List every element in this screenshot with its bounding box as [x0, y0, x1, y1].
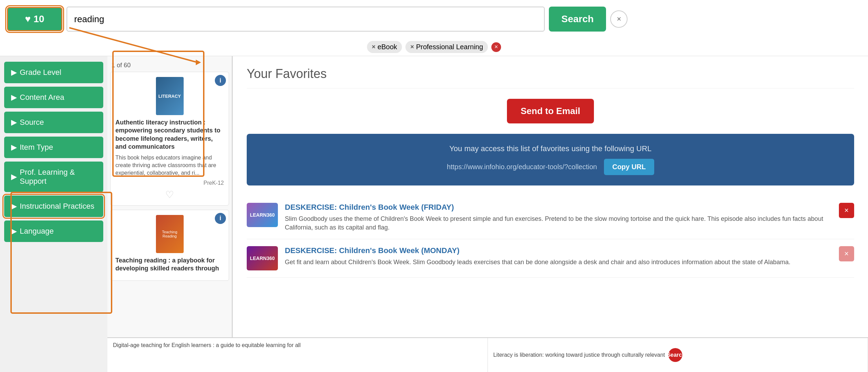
url-text: https://www.infohio.org/educator-tools/?… [447, 163, 597, 171]
result-card-2[interactable]: i Teaching Reading Teaching reading : a … [110, 210, 229, 281]
fav-title-1[interactable]: DESKERCISE: Children's Book Week (FRIDAY… [285, 203, 832, 212]
search-button[interactable]: Search [549, 7, 606, 32]
bottom-result-1-text: Digital-age teaching for English learner… [113, 342, 301, 348]
url-row: https://www.infohio.org/educator-tools/?… [261, 159, 840, 175]
chevron-right-icon-6: ▶ [11, 202, 17, 211]
fav-content-1: DESKERCISE: Children's Book Week (FRIDAY… [285, 203, 832, 232]
chip-pl-close[interactable]: × [410, 43, 414, 51]
sidebar-item-instructional-practices[interactable]: ▶ Instructional Practices [4, 196, 103, 217]
red-close-icon: × [494, 43, 498, 51]
bottom-result-2[interactable]: Literacy is liberation: working toward j… [488, 338, 868, 372]
sidebar-content-area-label: Content Area [20, 93, 64, 102]
favorites-panel: Your Favorites Send to Email You may acc… [232, 56, 868, 372]
sidebar-item-content-area[interactable]: ▶ Content Area [4, 87, 103, 108]
sidebar-item-type-label: Item Type [20, 143, 53, 152]
sidebar-source-label: Source [20, 118, 44, 127]
info-badge-2[interactable]: i [215, 213, 226, 224]
fav-desc-1: Slim Goodbody uses the theme of Children… [285, 215, 832, 232]
favorites-panel-title: Your Favorites [247, 67, 854, 88]
chip-ebook-label: eBook [377, 43, 397, 51]
info-icon-2: i [219, 215, 221, 222]
results-count-label: 1 of 60 [112, 62, 131, 69]
send-to-email-button[interactable]: Send to Email [507, 99, 594, 123]
sidebar: ▶ Grade Level ▶ Content Area ▶ Source ▶ … [0, 56, 107, 372]
fav-title-2[interactable]: DESKERCISE: Children's Book Week (MONDAY… [285, 246, 832, 255]
sidebar-item-prof-learning[interactable]: ▶ Prof. Learning & Support [4, 162, 103, 192]
result-title-2: Teaching reading : a playbook for develo… [115, 257, 224, 273]
chevron-right-icon-4: ▶ [11, 143, 17, 152]
chevron-right-icon-3: ▶ [11, 118, 17, 127]
chevron-right-icon-5: ▶ [11, 172, 17, 181]
sidebar-item-item-type[interactable]: ▶ Item Type [4, 137, 103, 158]
book-cover-2: Teaching Reading [156, 215, 184, 253]
book-cover-1: LITERACY [156, 77, 184, 115]
fav-content-2: DESKERCISE: Children's Book Week (MONDAY… [285, 246, 832, 267]
info-icon-1: i [219, 77, 221, 84]
url-box-description: You may access this list of favorites us… [261, 144, 840, 153]
book-cover-text-1: LITERACY [158, 94, 181, 99]
heart-icon: ♥ [25, 14, 31, 25]
filter-chips-bar: × eBook × Professional Learning × [0, 38, 868, 56]
fav-desc-2: Get fit and learn about Children's Book … [285, 258, 832, 267]
sidebar-instructional-label: Instructional Practices [20, 202, 94, 211]
chip-pl-label: Professional Learning [416, 43, 483, 51]
chip-professional-learning[interactable]: × Professional Learning [405, 41, 488, 53]
send-to-email-label: Send to Email [521, 106, 580, 116]
fav-remove-button-1[interactable]: × [839, 203, 854, 218]
favorite-item-1: LEARN360 DESKERCISE: Children's Book Wee… [247, 196, 854, 239]
result-title-1: Authentic literacy instruction : empower… [115, 119, 224, 151]
search-input[interactable] [67, 7, 545, 32]
fav-remove-icon-2: × [844, 249, 849, 258]
sidebar-grade-level-label: Grade Level [20, 68, 61, 77]
fav-thumbnail-1: LEARN360 [247, 203, 278, 227]
fav-thumb-label-1: LEARN360 [250, 212, 275, 218]
sidebar-item-language[interactable]: ▶ Language [4, 220, 103, 242]
chip-ebook-close[interactable]: × [372, 43, 376, 51]
fav-thumbnail-2: LEARN360 [247, 246, 278, 270]
sidebar-language-label: Language [20, 227, 54, 236]
bottom-result-1[interactable]: Digital-age teaching for English learner… [107, 338, 488, 372]
close-search-button[interactable]: × [610, 10, 628, 28]
copy-url-button[interactable]: Copy URL [604, 159, 654, 175]
bottom-results-bar: Digital-age teaching for English learner… [107, 337, 868, 372]
fav-remove-icon-1: × [844, 206, 849, 215]
isearch-badge: iSearch [668, 348, 682, 362]
chevron-right-icon-7: ▶ [11, 227, 17, 236]
fav-remove-button-2[interactable]: × [839, 246, 854, 261]
favorites-count: 10 [34, 14, 44, 25]
sidebar-item-source[interactable]: ▶ Source [4, 112, 103, 133]
close-icon: × [617, 15, 621, 24]
heart-toggle-1[interactable]: ♡ [115, 189, 224, 200]
result-grade-1: PreK-12 [115, 180, 224, 186]
favorites-button[interactable]: ♥ 10 [7, 7, 62, 31]
sidebar-item-grade-level[interactable]: ▶ Grade Level [4, 62, 103, 83]
copy-url-label: Copy URL [612, 163, 646, 171]
url-box: You may access this list of favorites us… [247, 134, 854, 185]
search-button-label: Search [561, 14, 594, 24]
favorite-item-2: LEARN360 DESKERCISE: Children's Book Wee… [247, 239, 854, 278]
result-card-1[interactable]: i LITERACY Authentic literacy instructio… [110, 72, 229, 206]
results-count: 1 of 60 [110, 59, 229, 72]
chevron-right-icon: ▶ [11, 68, 17, 77]
chip-ebook[interactable]: × eBook [367, 41, 402, 53]
chevron-right-icon-2: ▶ [11, 93, 17, 102]
results-panel: 1 of 60 i LITERACY Authentic literacy in… [107, 56, 232, 372]
fav-thumb-label-2: LEARN360 [250, 256, 275, 261]
result-desc-1: This book helps educators imagine and cr… [115, 154, 224, 177]
sidebar-prof-learning-label: Prof. Learning & Support [20, 168, 96, 186]
info-badge-1[interactable]: i [215, 75, 226, 86]
main-content: ▶ Grade Level ▶ Content Area ▶ Source ▶ … [0, 56, 868, 372]
chip-red-close[interactable]: × [491, 42, 501, 52]
book-cover-text-2: Teaching Reading [157, 230, 182, 238]
bottom-result-2-text: Literacy is liberation: working toward j… [493, 352, 665, 358]
